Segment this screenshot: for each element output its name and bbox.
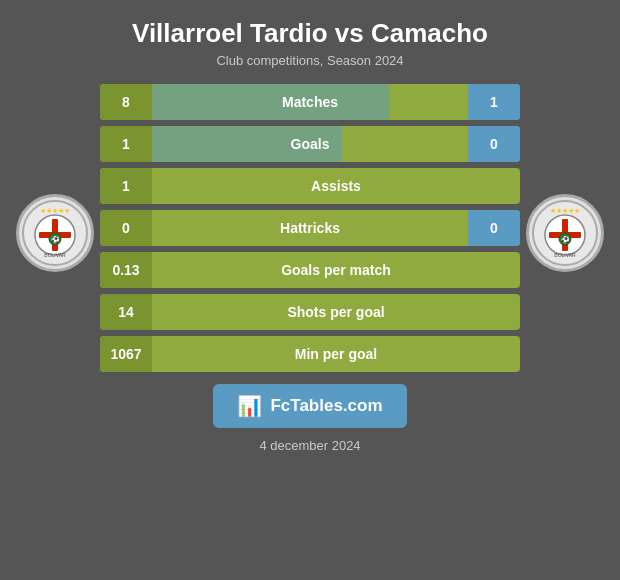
stat-row: 8Matches1 [100, 84, 520, 120]
svg-text:BOLIVAR: BOLIVAR [554, 252, 576, 258]
page-title: Villarroel Tardio vs Camacho [132, 18, 488, 49]
stats-column: 8Matches11Goals01Assists0Hattricks00.13G… [100, 84, 520, 372]
right-team-badge: ★★★★★ ⚽ BOLIVAR [526, 194, 604, 272]
stat-left-value: 1 [100, 168, 152, 204]
left-team-badge: ★★★★★ ⚽ BOLIVAR [16, 194, 94, 272]
stat-label: Assists [152, 168, 520, 204]
main-content: ★★★★★ ⚽ BOLIVAR 8Matches11Goals01Assists… [10, 84, 610, 372]
stat-left-value: 14 [100, 294, 152, 330]
avatar-left: ★★★★★ ⚽ BOLIVAR [10, 184, 100, 272]
stat-label-wrap: Goals [152, 126, 468, 162]
stat-label: Goals [152, 136, 468, 152]
stat-label: Goals per match [152, 252, 520, 288]
stat-left-value: 0.13 [100, 252, 152, 288]
svg-text:★★★★★: ★★★★★ [550, 207, 580, 214]
svg-text:★★★★★: ★★★★★ [40, 207, 70, 214]
stat-row: 1Goals0 [100, 126, 520, 162]
stat-left-value: 1 [100, 126, 152, 162]
stat-row: 1Assists [100, 168, 520, 204]
watermark-text: FcTables.com [270, 396, 382, 416]
avatar-right: ★★★★★ ⚽ BOLIVAR [520, 184, 610, 272]
stat-label: Hattricks [152, 210, 468, 246]
stat-row: 14Shots per goal [100, 294, 520, 330]
svg-text:⚽: ⚽ [51, 235, 60, 244]
stat-label: Min per goal [152, 336, 520, 372]
watermark-icon: 📊 [237, 394, 262, 418]
stat-label: Matches [152, 94, 468, 110]
stat-right-value: 0 [468, 210, 520, 246]
stat-left-value: 8 [100, 84, 152, 120]
stat-row: 1067Min per goal [100, 336, 520, 372]
stat-left-value: 0 [100, 210, 152, 246]
page-wrapper: Villarroel Tardio vs Camacho Club compet… [0, 0, 620, 580]
svg-text:⚽: ⚽ [561, 235, 570, 244]
footer-date: 4 december 2024 [259, 438, 360, 453]
stat-row: 0.13Goals per match [100, 252, 520, 288]
watermark-box: 📊 FcTables.com [213, 384, 406, 428]
stat-left-value: 1067 [100, 336, 152, 372]
svg-text:BOLIVAR: BOLIVAR [44, 252, 66, 258]
stat-row: 0Hattricks0 [100, 210, 520, 246]
stat-right-value: 1 [468, 84, 520, 120]
stat-label: Shots per goal [152, 294, 520, 330]
page-subtitle: Club competitions, Season 2024 [216, 53, 403, 68]
stat-right-value: 0 [468, 126, 520, 162]
stat-label-wrap: Matches [152, 84, 468, 120]
